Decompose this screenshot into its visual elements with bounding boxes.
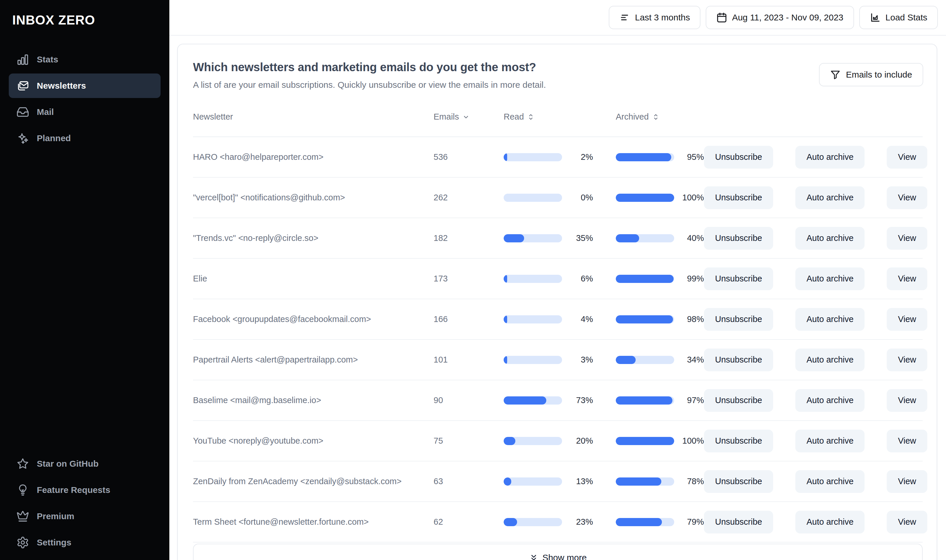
column-header-archived[interactable]: Archived bbox=[616, 112, 704, 122]
chevrons-up-down-icon bbox=[652, 113, 660, 121]
unsubscribe-button[interactable]: Unsubscribe bbox=[704, 430, 773, 452]
sidebar-item-label: Star on GitHub bbox=[37, 459, 99, 469]
auto-archive-button[interactable]: Auto archive bbox=[795, 268, 864, 290]
auto-archive-button[interactable]: Auto archive bbox=[795, 308, 864, 331]
read-percent: 6% bbox=[562, 274, 593, 283]
read-percent: 0% bbox=[562, 193, 593, 202]
auto-archive-button[interactable]: Auto archive bbox=[795, 227, 864, 250]
unsubscribe-button[interactable]: Unsubscribe bbox=[704, 146, 773, 169]
archived-cell: 79% bbox=[616, 517, 704, 527]
auto-archive-button[interactable]: Auto archive bbox=[795, 430, 864, 452]
read-cell: 2% bbox=[504, 152, 593, 162]
read-progress-bar bbox=[504, 234, 562, 242]
show-more-button[interactable]: Show more bbox=[193, 544, 923, 560]
chevrons-down-icon bbox=[529, 553, 539, 560]
sidebar-item-stats[interactable]: Stats bbox=[9, 47, 160, 72]
newsletter-name: Term Sheet <fortune@newsletter.fortune.c… bbox=[193, 517, 434, 527]
auto-archive-button[interactable]: Auto archive bbox=[795, 349, 864, 371]
auto-archive-button[interactable]: Auto archive bbox=[795, 511, 864, 534]
column-header-read[interactable]: Read bbox=[504, 112, 593, 122]
archived-percent: 40% bbox=[674, 233, 704, 243]
view-button[interactable]: View bbox=[887, 430, 927, 452]
newsletter-name: Facebook <groupupdates@facebookmail.com> bbox=[193, 314, 434, 324]
read-cell: 73% bbox=[504, 395, 593, 405]
unsubscribe-button[interactable]: Unsubscribe bbox=[704, 511, 773, 534]
inbox-icon bbox=[16, 106, 29, 118]
sidebar-nav: Stats Newsletters Mail bbox=[9, 47, 160, 151]
sidebar-item-premium[interactable]: Premium bbox=[9, 504, 160, 529]
view-button[interactable]: View bbox=[887, 227, 927, 250]
column-header-emails[interactable]: Emails bbox=[434, 112, 504, 122]
archived-percent: 99% bbox=[674, 274, 704, 283]
column-header-newsletter: Newsletter bbox=[193, 112, 434, 122]
newsletter-name: HARO <haro@helpareporter.com> bbox=[193, 152, 434, 162]
load-stats-button[interactable]: Load Stats bbox=[859, 6, 938, 29]
emails-count: 166 bbox=[434, 314, 504, 324]
archived-percent: 34% bbox=[674, 355, 704, 365]
read-percent: 35% bbox=[562, 233, 593, 243]
auto-archive-button[interactable]: Auto archive bbox=[795, 470, 864, 493]
row-actions: Unsubscribe Auto archive View bbox=[704, 227, 927, 250]
date-range-button[interactable]: Aug 11, 2023 - Nov 09, 2023 bbox=[706, 6, 854, 29]
unsubscribe-button[interactable]: Unsubscribe bbox=[704, 186, 773, 209]
emails-count: 101 bbox=[434, 355, 504, 365]
emails-count: 75 bbox=[434, 436, 504, 446]
table-body: HARO <haro@helpareporter.com> 536 2% 95%… bbox=[193, 137, 923, 543]
unsubscribe-button[interactable]: Unsubscribe bbox=[704, 349, 773, 371]
archived-progress-bar bbox=[616, 477, 674, 486]
read-progress-bar bbox=[504, 194, 562, 202]
view-button[interactable]: View bbox=[887, 349, 927, 371]
view-button[interactable]: View bbox=[887, 511, 927, 534]
read-cell: 0% bbox=[504, 193, 593, 202]
archived-cell: 97% bbox=[616, 395, 704, 405]
view-button[interactable]: View bbox=[887, 308, 927, 331]
topbar: Last 3 months Aug 11, 2023 - Nov 09, 202… bbox=[169, 0, 946, 35]
unsubscribe-button[interactable]: Unsubscribe bbox=[704, 308, 773, 331]
sidebar-item-star-on-github[interactable]: Star on GitHub bbox=[9, 451, 160, 476]
emails-to-include-button[interactable]: Emails to include bbox=[819, 63, 923, 86]
card-subtitle: A list of are your email subscriptions. … bbox=[193, 79, 923, 91]
sidebar-item-feature-requests[interactable]: Feature Requests bbox=[9, 478, 160, 502]
newsletter-name: Baselime <mail@mg.baselime.io> bbox=[193, 395, 434, 405]
unsubscribe-button[interactable]: Unsubscribe bbox=[704, 389, 773, 412]
read-progress-bar bbox=[504, 315, 562, 323]
read-cell: 4% bbox=[504, 314, 593, 324]
view-button[interactable]: View bbox=[887, 146, 927, 169]
table-row: Facebook <groupupdates@facebookmail.com>… bbox=[193, 299, 923, 340]
auto-archive-button[interactable]: Auto archive bbox=[795, 146, 864, 169]
unsubscribe-button[interactable]: Unsubscribe bbox=[704, 227, 773, 250]
sidebar: INBOX ZERO Stats Newsletters bbox=[0, 0, 169, 560]
sidebar-item-label: Settings bbox=[37, 537, 71, 548]
period-select-button[interactable]: Last 3 months bbox=[609, 6, 701, 29]
newsletter-name: Elie bbox=[193, 274, 434, 283]
auto-archive-button[interactable]: Auto archive bbox=[795, 389, 864, 412]
row-actions: Unsubscribe Auto archive View bbox=[704, 511, 927, 534]
sidebar-item-newsletters[interactable]: Newsletters bbox=[9, 74, 160, 98]
archived-percent: 78% bbox=[674, 477, 704, 486]
archived-progress-bar bbox=[616, 194, 674, 202]
archived-cell: 40% bbox=[616, 233, 704, 243]
lightbulb-icon bbox=[16, 483, 29, 497]
auto-archive-button[interactable]: Auto archive bbox=[795, 186, 864, 209]
unsubscribe-button[interactable]: Unsubscribe bbox=[704, 470, 773, 493]
newsletter-name: "vercel[bot]" <notifications@github.com> bbox=[193, 193, 434, 202]
view-button[interactable]: View bbox=[887, 389, 927, 412]
chevron-down-icon bbox=[462, 113, 470, 121]
main-area: Last 3 months Aug 11, 2023 - Nov 09, 202… bbox=[169, 0, 946, 560]
unsubscribe-button[interactable]: Unsubscribe bbox=[704, 268, 773, 290]
view-button[interactable]: View bbox=[887, 470, 927, 493]
archived-progress-bar bbox=[616, 153, 674, 161]
archived-cell: 78% bbox=[616, 477, 704, 486]
view-button[interactable]: View bbox=[887, 186, 927, 209]
sidebar-item-label: Newsletters bbox=[37, 81, 86, 91]
sidebar-item-mail[interactable]: Mail bbox=[9, 100, 160, 124]
crown-icon bbox=[16, 510, 29, 523]
sidebar-item-settings[interactable]: Settings bbox=[9, 530, 160, 555]
sidebar-item-label: Mail bbox=[37, 107, 54, 117]
emails-count: 173 bbox=[434, 274, 504, 283]
view-button[interactable]: View bbox=[887, 268, 927, 290]
sidebar-item-label: Feature Requests bbox=[37, 485, 110, 495]
table-header: Newsletter Emails Read bbox=[193, 91, 923, 137]
sidebar-item-planned[interactable]: Planned bbox=[9, 126, 160, 151]
newsletter-name: Papertrail Alerts <alert@papertrailapp.c… bbox=[193, 355, 434, 365]
